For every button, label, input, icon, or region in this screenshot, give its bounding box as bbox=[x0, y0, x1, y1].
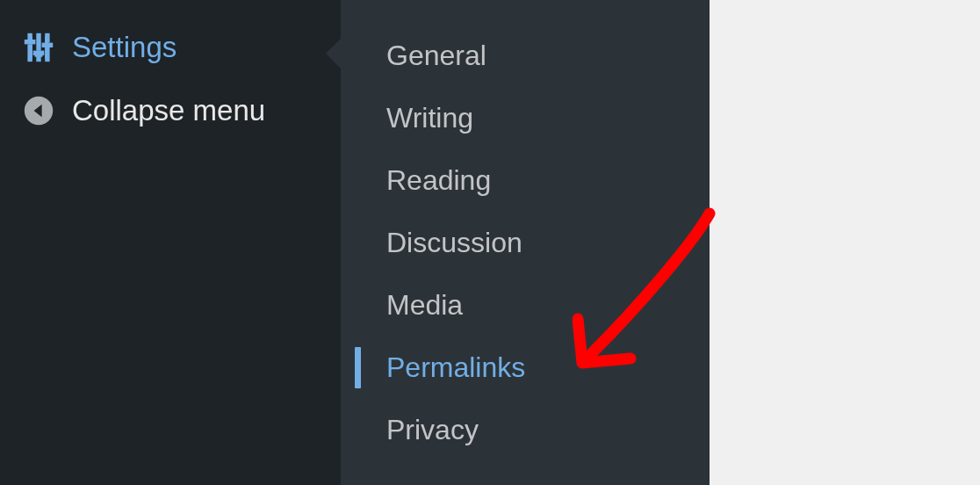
collapse-icon bbox=[23, 95, 54, 127]
sidebar-item-settings[interactable]: Settings bbox=[0, 0, 341, 83]
svg-rect-5 bbox=[33, 51, 45, 55]
submenu-item-writing[interactable]: Writing bbox=[341, 87, 710, 149]
submenu-item-reading[interactable]: Reading bbox=[341, 149, 710, 212]
sliders-icon bbox=[23, 32, 54, 63]
svg-rect-7 bbox=[45, 47, 49, 62]
submenu-item-label: General bbox=[386, 40, 486, 71]
submenu-item-media[interactable]: Media bbox=[341, 274, 710, 337]
svg-rect-4 bbox=[36, 55, 40, 62]
settings-submenu: General Writing Reading Discussion Media… bbox=[341, 0, 710, 485]
svg-rect-8 bbox=[42, 43, 54, 47]
submenu-item-label: Discussion bbox=[386, 227, 522, 258]
submenu-item-label: Media bbox=[386, 289, 463, 321]
svg-rect-3 bbox=[36, 33, 40, 51]
sidebar-item-collapse[interactable]: Collapse menu bbox=[0, 83, 341, 138]
svg-rect-2 bbox=[25, 40, 36, 44]
sidebar-item-label: Collapse menu bbox=[72, 94, 265, 127]
submenu-item-label: Reading bbox=[386, 164, 491, 196]
svg-rect-6 bbox=[45, 33, 49, 43]
submenu-item-label: Writing bbox=[386, 102, 473, 134]
submenu-item-privacy[interactable]: Privacy bbox=[341, 399, 710, 461]
submenu-pointer-icon bbox=[326, 39, 341, 69]
svg-rect-1 bbox=[27, 44, 32, 62]
submenu-item-general[interactable]: General bbox=[341, 25, 710, 87]
svg-rect-0 bbox=[27, 33, 32, 40]
admin-sidebar: Settings Collapse menu bbox=[0, 0, 341, 485]
submenu-item-permalinks[interactable]: Permalinks bbox=[341, 337, 710, 399]
submenu-item-label: Privacy bbox=[386, 414, 479, 445]
sidebar-item-label: Settings bbox=[72, 31, 177, 64]
submenu-item-label: Permalinks bbox=[386, 351, 525, 383]
submenu-item-discussion[interactable]: Discussion bbox=[341, 212, 710, 274]
